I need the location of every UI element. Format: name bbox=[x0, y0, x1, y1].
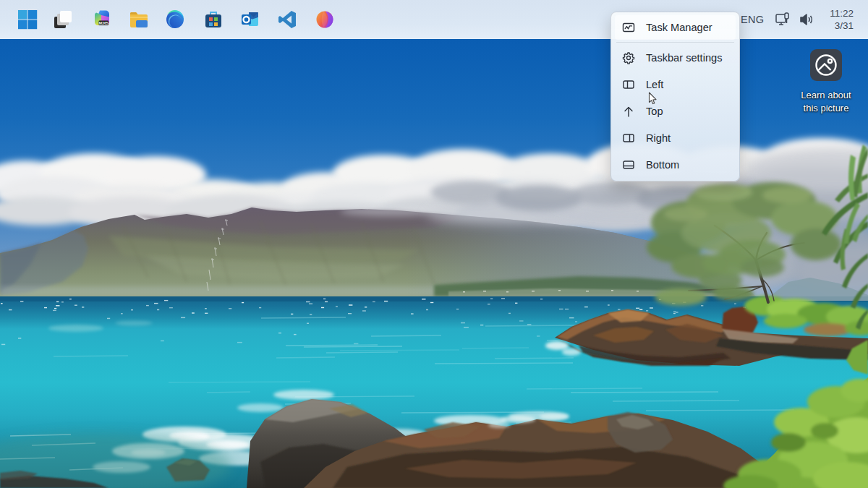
svg-text:M365: M365 bbox=[99, 21, 109, 25]
